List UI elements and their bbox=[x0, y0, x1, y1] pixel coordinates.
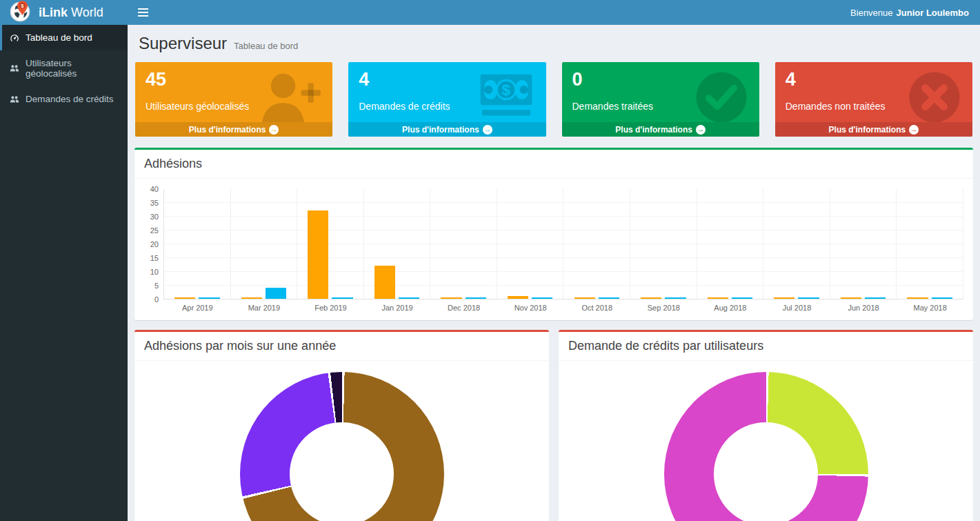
bar-group bbox=[231, 189, 298, 299]
bar-chart: 0510152025303540 Apr 2019Mar 2019Feb 201… bbox=[134, 179, 973, 320]
users-icon bbox=[10, 95, 19, 104]
page-title: Superviseur bbox=[139, 34, 227, 53]
users-icon bbox=[10, 63, 19, 73]
more-info-label: Plus d'informations bbox=[615, 125, 692, 135]
globe-logo-icon: $ bbox=[10, 1, 32, 23]
bar-group bbox=[430, 189, 497, 299]
bar-series-cyan bbox=[732, 297, 752, 299]
top-navbar: $ iLink World Bienvenue Junior Loulembo bbox=[0, 0, 980, 25]
stat-box-demandes-de-credits: 4 Demandes de crédits $ bbox=[348, 62, 546, 137]
bar-series-cyan bbox=[266, 288, 286, 299]
sidebar-toggle-button[interactable] bbox=[128, 0, 158, 25]
adhesions-chart-card: Adhésions 0510152025303540 Apr 2019Mar 2… bbox=[134, 148, 973, 320]
gauge-icon bbox=[10, 33, 19, 43]
welcome-prefix: Bienvenue bbox=[850, 8, 892, 18]
stat-box-demandes-traitees: 0 Demandes traitées Plus d'informations … bbox=[562, 62, 759, 137]
bar-series-orange bbox=[907, 297, 928, 299]
stat-box-body: 0 Demandes traitées bbox=[562, 62, 759, 122]
stat-box-body: 45 Utilisateurs géolocalisés bbox=[135, 62, 332, 122]
bar-series-orange bbox=[774, 297, 794, 299]
bar-chart-y-axis: 0510152025303540 bbox=[144, 189, 163, 299]
y-tick-label: 15 bbox=[150, 254, 159, 262]
more-info-link[interactable]: Plus d'informations → bbox=[135, 122, 332, 137]
bar-group bbox=[630, 189, 697, 299]
adhesions-donut-card: Adhésions par mois sur une année bbox=[134, 330, 549, 521]
donut-chart-credits bbox=[664, 372, 868, 521]
more-info-label: Plus d'informations bbox=[189, 125, 266, 135]
bar-series-cyan bbox=[599, 297, 619, 299]
bar-series-cyan bbox=[399, 297, 419, 299]
x-tick-label: Jun 2018 bbox=[830, 304, 897, 312]
x-tick-label: Mar 2019 bbox=[231, 304, 298, 312]
more-info-link[interactable]: Plus d'informations → bbox=[348, 122, 546, 137]
hamburger-icon bbox=[138, 12, 148, 13]
y-tick-label: 35 bbox=[150, 199, 159, 207]
bar-series-cyan bbox=[665, 297, 686, 299]
bar-chart-x-labels: Apr 2019Mar 2019Feb 2019Jan 2019Dec 2018… bbox=[163, 304, 963, 312]
y-tick-label: 20 bbox=[150, 240, 159, 248]
bar-series-cyan bbox=[798, 297, 819, 299]
svg-text:$: $ bbox=[501, 81, 510, 99]
chart-title: Adhésions par mois sur une année bbox=[134, 332, 549, 361]
welcome-username: Junior Loulembo bbox=[897, 8, 969, 18]
more-info-link[interactable]: Plus d'informations → bbox=[775, 122, 972, 137]
bar-group bbox=[763, 189, 830, 299]
y-tick-label: 40 bbox=[150, 185, 159, 193]
page-subtitle: Tableau de bord bbox=[234, 41, 298, 51]
sidebar-item-label: Tableau de bord bbox=[26, 32, 92, 43]
arrow-circle-right-icon: → bbox=[909, 125, 919, 135]
arrow-circle-right-icon: → bbox=[483, 125, 492, 135]
arrow-circle-right-icon: → bbox=[269, 125, 279, 135]
user-plus-icon bbox=[258, 70, 321, 122]
bar-series-orange bbox=[374, 266, 395, 299]
more-info-link[interactable]: Plus d'informations → bbox=[562, 122, 759, 137]
chart-title: Demande de crédits par utilisateurs bbox=[559, 332, 973, 361]
bar-series-orange bbox=[441, 297, 461, 299]
bar-series-orange bbox=[241, 297, 262, 299]
sidebar-item-tableau-de-bord[interactable]: Tableau de bord bbox=[0, 25, 128, 50]
sidebar-item-label: Utilisateurs géolocalisés bbox=[26, 58, 122, 79]
bar-series-cyan bbox=[865, 297, 886, 299]
bar-group bbox=[297, 189, 364, 299]
bar-group bbox=[164, 189, 231, 299]
page-header: Superviseur Tableau de bord bbox=[134, 25, 973, 60]
bar-series-orange bbox=[641, 297, 661, 299]
stat-boxes-row: 45 Utilisateurs géolocalisés Plus d'info… bbox=[135, 62, 972, 137]
stat-box-demandes-non-traitees: 4 Demandes non traitées Plus d'informati… bbox=[775, 62, 972, 137]
more-info-label: Plus d'informations bbox=[402, 125, 479, 135]
bar-series-cyan bbox=[199, 297, 219, 299]
arrow-circle-right-icon: → bbox=[696, 125, 706, 135]
y-tick-label: 5 bbox=[154, 282, 159, 290]
brand-link[interactable]: $ iLink World bbox=[0, 0, 128, 25]
bar-series-orange bbox=[308, 210, 328, 299]
brand-text: iLink World bbox=[39, 6, 103, 20]
sidebar-item-demandes-de-credits[interactable]: Demandes de crédits bbox=[0, 86, 128, 112]
x-tick-label: May 2018 bbox=[897, 304, 963, 312]
main-content: Superviseur Tableau de bord 45 Utilisate… bbox=[128, 25, 980, 521]
y-tick-label: 30 bbox=[150, 213, 159, 221]
bar-series-cyan bbox=[932, 297, 952, 299]
dollar-pin-icon: $ bbox=[17, 1, 28, 15]
stat-box-body: 4 Demandes de crédits $ bbox=[348, 62, 546, 122]
bar-group bbox=[563, 189, 630, 299]
stat-box-utilisateurs-geolocalises: 45 Utilisateurs géolocalisés Plus d'info… bbox=[135, 62, 332, 137]
x-tick-label: Feb 2019 bbox=[297, 304, 364, 312]
x-tick-label: Nov 2018 bbox=[497, 304, 564, 312]
donut-cards-row: Adhésions par mois sur une année Demande… bbox=[134, 330, 973, 521]
x-tick-label: Dec 2018 bbox=[430, 304, 497, 312]
check-circle-icon bbox=[694, 70, 748, 122]
bar-group bbox=[497, 189, 564, 299]
bar-series-cyan bbox=[332, 297, 352, 299]
x-tick-label: Apr 2019 bbox=[164, 304, 231, 312]
x-circle-icon bbox=[908, 70, 961, 122]
stat-box-body: 4 Demandes non traitées bbox=[775, 62, 972, 122]
bar-series-orange bbox=[508, 296, 528, 299]
sidebar-item-utilisateurs-geolocalises[interactable]: Utilisateurs géolocalisés bbox=[0, 50, 128, 86]
bar-group bbox=[697, 189, 764, 299]
svg-text:$: $ bbox=[21, 3, 24, 9]
sidebar: Tableau de bord Utilisateurs géolocalisé… bbox=[0, 25, 128, 521]
more-info-label: Plus d'informations bbox=[829, 125, 906, 135]
bar-chart-plot bbox=[163, 189, 963, 299]
x-tick-label: Jul 2018 bbox=[763, 304, 830, 312]
bar-series-orange bbox=[174, 297, 195, 299]
